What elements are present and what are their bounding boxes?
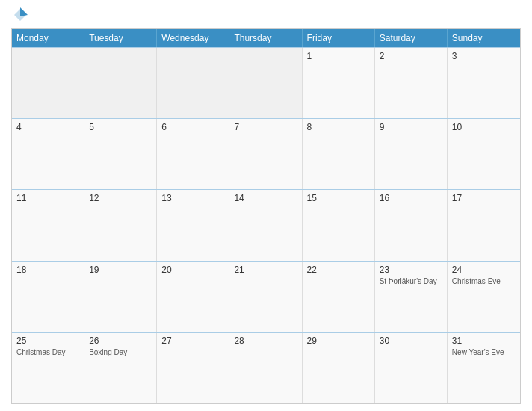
cell-date: 2 <box>380 51 442 61</box>
week-row-1: 123 <box>12 47 520 118</box>
week-row-3: 11121314151617 <box>12 189 520 260</box>
calendar-cell: 25Christmas Day <box>12 333 84 403</box>
calendar-cell: 31New Year's Eve <box>448 333 520 403</box>
calendar-cell: 22 <box>303 262 375 332</box>
cell-date: 8 <box>307 122 370 132</box>
cell-date: 31 <box>452 336 516 346</box>
cell-date: 13 <box>161 193 224 203</box>
calendar-cell: 6 <box>157 119 229 189</box>
logo-icon <box>13 7 28 22</box>
calendar-cell: 10 <box>448 119 520 189</box>
cell-date: 26 <box>89 336 152 346</box>
day-header-wednesday: Wednesday <box>157 29 229 47</box>
cell-date: 15 <box>307 193 370 203</box>
calendar-cell: 16 <box>375 190 448 260</box>
calendar-cell: 9 <box>375 119 448 189</box>
cell-date: 21 <box>234 265 297 275</box>
calendar-cell: 3 <box>448 48 520 118</box>
logo <box>13 7 31 22</box>
cell-date: 11 <box>16 193 79 203</box>
cell-date: 7 <box>234 122 297 132</box>
calendar-cell: 15 <box>303 190 375 260</box>
cell-date: 23 <box>380 265 442 275</box>
calendar-cell: 30 <box>375 333 448 403</box>
calendar-cell: 27 <box>157 333 229 403</box>
week-row-2: 45678910 <box>12 118 520 189</box>
cell-date: 29 <box>307 336 370 346</box>
calendar-cell: 20 <box>157 262 229 332</box>
cell-date: 19 <box>89 265 152 275</box>
calendar-cell: 23St Þorlákur's Day <box>375 262 448 332</box>
cell-event: Boxing Day <box>89 347 152 357</box>
calendar-cell: 17 <box>448 190 520 260</box>
calendar-cell: 14 <box>229 190 302 260</box>
calendar-cell <box>84 48 157 118</box>
calendar-cell: 18 <box>12 262 84 332</box>
cell-date: 20 <box>161 265 224 275</box>
day-header-friday: Friday <box>303 29 375 47</box>
calendar-page: MondayTuesdayWednesdayThursdayFridaySatu… <box>0 0 532 411</box>
calendar-cell: 8 <box>303 119 375 189</box>
cell-date: 27 <box>161 336 224 346</box>
calendar-cell: 4 <box>12 119 84 189</box>
calendar-cell: 28 <box>229 333 302 403</box>
calendar-cell: 21 <box>229 262 302 332</box>
cell-event: Christmas Day <box>16 347 79 357</box>
cell-date: 12 <box>89 193 152 203</box>
week-row-4: 181920212223St Þorlákur's Day24Christmas… <box>12 261 520 332</box>
calendar-cell: 26Boxing Day <box>84 333 157 403</box>
day-header-thursday: Thursday <box>229 29 302 47</box>
week-row-5: 25Christmas Day26Boxing Day2728293031New… <box>12 332 520 403</box>
weeks-container: 1234567891011121314151617181920212223St … <box>12 47 520 403</box>
cell-event: New Year's Eve <box>452 347 516 357</box>
cell-date: 28 <box>234 336 297 346</box>
calendar-cell: 13 <box>157 190 229 260</box>
calendar-cell <box>12 48 84 118</box>
cell-event: St Þorlákur's Day <box>380 276 442 286</box>
cell-date: 25 <box>16 336 79 346</box>
cell-date: 24 <box>452 265 516 275</box>
calendar-cell: 2 <box>375 48 448 118</box>
cell-date: 5 <box>89 122 152 132</box>
calendar-cell <box>229 48 302 118</box>
cell-event: Christmas Eve <box>452 276 516 286</box>
calendar-cell: 19 <box>84 262 157 332</box>
cell-date: 14 <box>234 193 297 203</box>
calendar-cell: 7 <box>229 119 302 189</box>
page-header <box>11 7 521 22</box>
cell-date: 3 <box>452 51 516 61</box>
calendar-cell: 5 <box>84 119 157 189</box>
calendar-cell: 11 <box>12 190 84 260</box>
calendar-grid: MondayTuesdayWednesdayThursdayFridaySatu… <box>11 28 521 404</box>
cell-date: 1 <box>307 51 370 61</box>
calendar-cell: 29 <box>303 333 375 403</box>
calendar-cell: 1 <box>303 48 375 118</box>
day-header-sunday: Sunday <box>448 29 520 47</box>
cell-date: 4 <box>16 122 79 132</box>
cell-date: 6 <box>161 122 224 132</box>
day-header-monday: Monday <box>12 29 84 47</box>
day-headers-row: MondayTuesdayWednesdayThursdayFridaySatu… <box>12 29 520 47</box>
calendar-cell <box>157 48 229 118</box>
cell-date: 17 <box>452 193 516 203</box>
calendar-cell: 12 <box>84 190 157 260</box>
cell-date: 22 <box>307 265 370 275</box>
cell-date: 10 <box>452 122 516 132</box>
cell-date: 18 <box>16 265 79 275</box>
day-header-tuesday: Tuesday <box>84 29 157 47</box>
day-header-saturday: Saturday <box>375 29 448 47</box>
calendar-cell: 24Christmas Eve <box>448 262 520 332</box>
cell-date: 16 <box>380 193 442 203</box>
cell-date: 30 <box>380 336 442 346</box>
cell-date: 9 <box>380 122 442 132</box>
